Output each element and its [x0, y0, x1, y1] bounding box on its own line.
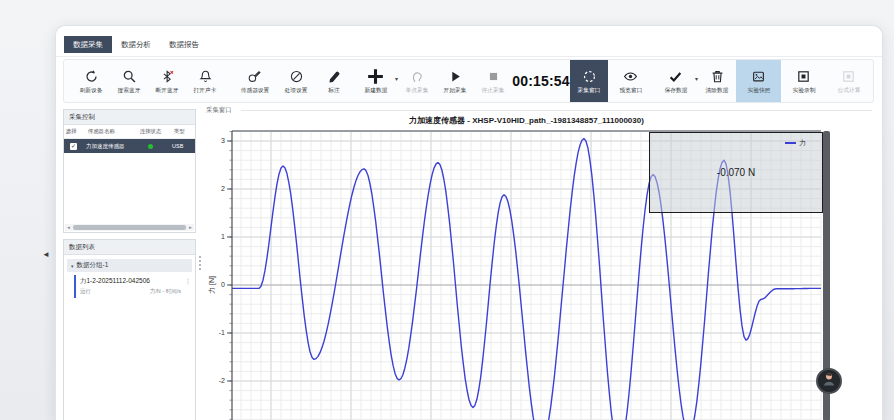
data-item-axes-label: 力/N - 时间/s — [150, 288, 181, 295]
tab-0[interactable]: 数据采集 — [64, 36, 112, 53]
collect-control-panel-title: 采集控制 — [64, 110, 195, 125]
svg-text:力 [N]: 力 [N] — [208, 276, 216, 294]
toolbar-button-experiment-snapshot[interactable]: 实验快照 — [736, 60, 781, 102]
sensor-icon — [247, 68, 262, 85]
toolbar-button-refresh-device[interactable]: 刷新设备 — [72, 60, 110, 102]
toolbar-button-stop-collect[interactable]: 停止采集 — [474, 60, 512, 102]
data-item-status: 运行 — [80, 288, 91, 295]
collect-window-panel: 采集窗口 力加速度传感器 - XHSP-V10HID_path_-1981348… — [203, 104, 874, 420]
data-list-panel: 数据列表 ▾ 数据分组-1 力1-2-20251112-042506 运行 力/… — [63, 239, 196, 420]
toolbar-button-label: 新建数据 — [364, 86, 387, 95]
toolbar-button-label: 传感器设置 — [240, 86, 269, 95]
toolbar-button-label: 断开蓝牙 — [156, 86, 179, 95]
plus-icon — [366, 68, 385, 85]
main-toolbar: 刷新设备搜索蓝牙断开蓝牙打开声卡传感器设置处理设置标注新建数据▾单点采集开始采集… — [63, 59, 874, 103]
toolbar-button-label: 清除数据 — [706, 86, 729, 95]
sensor-table-row[interactable]: ✓力加速度传感器USB — [64, 139, 195, 153]
group-expand-caret-icon[interactable]: ▾ — [71, 263, 74, 269]
svg-text:3: 3 — [221, 137, 225, 144]
scroll-right-icon[interactable]: ► — [187, 225, 194, 230]
stop-icon — [486, 68, 501, 85]
toolbar-button-save-data[interactable]: 保存数据▾ — [653, 60, 698, 102]
toolbar-button-label: 保存数据 — [664, 86, 687, 95]
marker-icon — [327, 68, 342, 85]
toolbar-button-label: 开始采集 — [444, 86, 467, 95]
column-header-3: 类型 — [172, 127, 193, 135]
hand-icon — [410, 68, 425, 85]
scroll-left-icon[interactable]: ◄ — [65, 225, 72, 230]
play-icon — [448, 68, 463, 85]
sensor-row-checkbox[interactable]: ✓ — [70, 143, 77, 150]
sidebar-collapse-arrow-icon[interactable]: ◄ — [42, 250, 50, 259]
toolbar-button-label: 标注 — [328, 86, 339, 95]
tab-2[interactable]: 数据报告 — [160, 36, 208, 53]
sensor-type: USB — [172, 143, 195, 149]
annotation-value: -0.070 N — [717, 167, 755, 178]
toolbar-button-label: 单点采集 — [406, 86, 429, 95]
toolbar-button-preview-window[interactable]: 预览窗口 — [608, 60, 653, 102]
snapshot-icon — [751, 68, 766, 85]
collect-timer: 00:15:54 — [512, 60, 570, 102]
toolbar-button-open-soundcard[interactable]: 打开声卡 — [186, 60, 224, 102]
scrollbar-thumb[interactable] — [73, 225, 186, 230]
toolbar-button-label: 实验快照 — [747, 86, 770, 95]
data-group-row[interactable]: ▾ 数据分组-1 — [67, 259, 192, 272]
refresh-icon — [84, 68, 99, 85]
user-avatar-icon — [820, 370, 838, 392]
trash-icon — [710, 68, 725, 85]
chart-title: 力加速度传感器 - XHSP-V10HID_path_-1981348857_1… — [232, 115, 821, 126]
record-icon — [796, 68, 811, 85]
toolbar-button-collect-window[interactable]: 采集窗口 — [570, 60, 608, 102]
toolbar-button-label: 预览窗口 — [619, 86, 642, 95]
toolbar-button-annotate[interactable]: 标注 — [315, 60, 353, 102]
check-icon — [668, 68, 683, 85]
svg-text:0: 0 — [221, 281, 225, 288]
toolbar-button-clear-data[interactable]: 清除数据 — [698, 60, 736, 102]
item-menu-icon[interactable]: ⋮ — [185, 277, 191, 284]
toolbar-button-label: 实验录制 — [792, 86, 815, 95]
toolbar-button-search-bluetooth[interactable]: 搜索蓝牙 — [110, 60, 148, 102]
data-item-title: 力1-2-20251112-042506 — [80, 277, 189, 286]
dial-icon — [289, 68, 304, 85]
data-list-item[interactable]: 力1-2-20251112-042506 运行 力/N - 时间/s ⋮ — [74, 275, 192, 298]
tabbar-separator — [56, 56, 882, 57]
toolbar-button-sensor-settings[interactable]: 传感器设置 — [232, 60, 277, 102]
tab-1[interactable]: 数据分析 — [112, 36, 160, 53]
toolbar-button-label: 停止采集 — [482, 86, 505, 95]
toolbar-button-label: 公式计算 — [837, 86, 860, 95]
desktop-background: ◄ 数据采集数据分析数据报告 刷新设备搜索蓝牙断开蓝牙打开声卡传感器设置处理设置… — [0, 0, 894, 420]
app-window: 数据采集数据分析数据报告 刷新设备搜索蓝牙断开蓝牙打开声卡传感器设置处理设置标注… — [55, 25, 883, 420]
chart-legend: 力 — [785, 138, 806, 148]
toolbar-button-experiment-record[interactable]: 实验录制 — [781, 60, 826, 102]
toolbar-button-label: 打开声卡 — [194, 86, 217, 95]
svg-text:-1: -1 — [219, 329, 225, 336]
toolbar-button-start-collect[interactable]: 开始采集 — [436, 60, 474, 102]
data-group-label: 数据分组-1 — [77, 261, 109, 270]
toolbar-button-label: 搜索蓝牙 — [118, 86, 141, 95]
bell-icon — [198, 68, 213, 85]
toolbar-button-formula-calc[interactable]: 公式计算 — [826, 60, 871, 102]
toolbar-button-single-collect[interactable]: 单点采集 — [398, 60, 436, 102]
main-tabbar: 数据采集数据分析数据报告 — [64, 36, 208, 53]
toolbar-button-label: 采集窗口 — [578, 86, 601, 95]
dashed-circle-icon — [582, 68, 597, 85]
eye-icon — [623, 68, 638, 85]
toolbar-button-label: 处理设置 — [285, 86, 308, 95]
column-header-1: 传感器名称 — [86, 127, 133, 135]
connection-status-dot — [148, 144, 153, 149]
toolbar-button-disconnect-bluetooth[interactable]: 断开蓝牙 — [148, 60, 186, 102]
collect-window-panel-label: 采集窗口 — [206, 106, 232, 115]
bluetooth-disconnect-icon — [160, 68, 175, 85]
legend-series-label: 力 — [799, 138, 806, 148]
svg-text:-2: -2 — [219, 377, 225, 384]
floating-avatar-button[interactable] — [816, 368, 842, 394]
toolbar-button-new-data[interactable]: 新建数据▾ — [353, 60, 398, 102]
toolbar-button-process-settings[interactable]: 处理设置 — [277, 60, 315, 102]
magnifier-icon — [122, 68, 137, 85]
sensor-table-header: 选择传感器名称连接状态类型 — [64, 125, 195, 139]
svg-text:1: 1 — [221, 233, 225, 240]
column-header-0: 选择 — [64, 127, 84, 135]
collect-control-panel: 采集控制 选择传感器名称连接状态类型 ✓力加速度传感器USB ◄ ► — [63, 109, 196, 233]
svg-text:2: 2 — [221, 185, 225, 192]
formula-icon — [841, 68, 856, 85]
